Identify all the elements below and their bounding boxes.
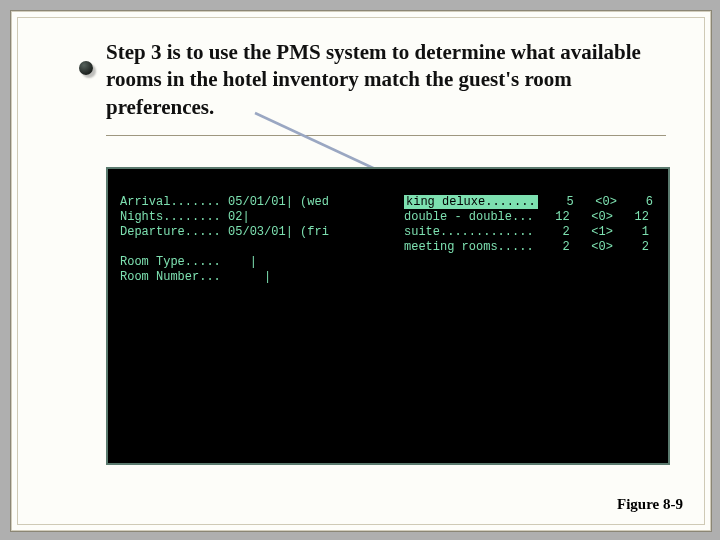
bullet-icon: [77, 59, 95, 77]
availability-list: king deluxe....... 5 <0> 6double - doubl…: [404, 195, 653, 255]
figure-label: Figure 8-9: [617, 496, 683, 513]
field-room-number: Room Number... |: [120, 270, 329, 285]
availability-row: suite............. 2 <1> 1: [404, 225, 653, 240]
availability-row: meeting rooms..... 2 <0> 2: [404, 240, 653, 255]
field-nights: Nights........ 02|: [120, 210, 329, 225]
title-underline: [106, 135, 666, 136]
availability-row: double - double... 12 <0> 12: [404, 210, 653, 225]
field-departure: Departure..... 05/03/01| (fri: [120, 225, 329, 240]
availability-row: king deluxe....... 5 <0> 6: [404, 195, 653, 210]
pms-terminal: Arrival....... 05/01/01| (wed Nights....…: [106, 167, 670, 465]
slide-card: Step 3 is to use the PMS system to deter…: [10, 10, 712, 532]
slide-caption: Step 3 is to use the PMS system to deter…: [106, 39, 666, 121]
selected-room-type: king deluxe.......: [404, 195, 538, 209]
booking-fields: Arrival....... 05/01/01| (wed Nights....…: [120, 195, 329, 285]
field-arrival: Arrival....... 05/01/01| (wed: [120, 195, 329, 210]
field-room-type: Room Type..... |: [120, 255, 329, 270]
